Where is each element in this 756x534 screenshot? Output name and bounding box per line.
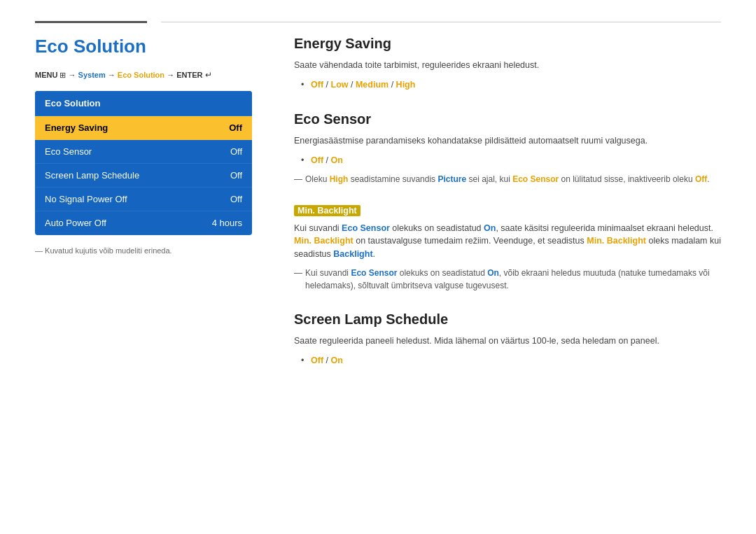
top-bar-accent [35, 21, 147, 23]
eco-sensor-label: Eco Sensor [45, 146, 92, 157]
eco-menu: Eco Solution Energy Saving Off Eco Senso… [35, 91, 252, 235]
section-energy-saving: Energy Saving Saate vähendada toite tarb… [294, 36, 721, 92]
eco-sensor-ref: Eco Sensor [512, 174, 559, 184]
footnote: Kuvatud kujutis võib mudeliti erineda. [35, 246, 252, 255]
off-option: Off [311, 80, 323, 90]
min-backlight-desc: Kui suvandi Eco Sensor olekuks on seadis… [294, 222, 721, 261]
eco-sensor-title: Eco Sensor [294, 111, 721, 127]
screen-lamp-label: Screen Lamp Schedule [45, 170, 139, 181]
left-panel: Eco Solution MENU ⊞ → System → Eco Solut… [35, 36, 252, 387]
eco-sensor-desc: Energiasäästmise parandamiseks kohandata… [294, 134, 721, 148]
menu-item-energy-saving[interactable]: Energy Saving Off [35, 116, 252, 140]
section-eco-sensor: Eco Sensor Energiasäästmise parandamisek… [294, 111, 721, 185]
eco-sensor-note: Oleku High seadistamine suvandis Picture… [294, 173, 721, 185]
eco-menu-header: Eco Solution [35, 91, 252, 116]
no-signal-value: Off [230, 194, 242, 204]
menu-prefix: MENU [35, 71, 59, 79]
eco-solution-link: Eco Solution [118, 71, 164, 79]
main-content: Eco Solution MENU ⊞ → System → Eco Solut… [0, 36, 756, 387]
min-backlight-ref: Min. Backlight [294, 236, 354, 246]
enter-label: ENTER [176, 71, 204, 79]
on-ref: On [484, 223, 496, 233]
arrow1: → [69, 71, 78, 79]
screen-lamp-off: Off [311, 356, 323, 365]
screen-lamp-bullets: Off / On [301, 353, 721, 367]
menu-path: MENU ⊞ → System → Eco Solution → ENTER ↵ [35, 70, 252, 80]
top-bar [0, 0, 756, 23]
eco-sensor-ref2: Eco Sensor [342, 223, 390, 233]
section-min-backlight: Min. Backlight Kui suvandi Eco Sensor ol… [294, 205, 721, 292]
high-label: High [330, 174, 349, 184]
eco-off-option: Off [311, 155, 323, 165]
auto-power-value: 4 hours [212, 218, 242, 228]
screen-lamp-title: Screen Lamp Schedule [294, 311, 721, 328]
page-title: Eco Solution [35, 36, 252, 57]
medium-option: Medium [356, 80, 388, 90]
energy-saving-value: Off [229, 122, 242, 133]
menu-item-auto-power[interactable]: Auto Power Off 4 hours [35, 211, 252, 235]
high-option: High [396, 80, 416, 90]
system-link: System [78, 71, 106, 79]
section-screen-lamp: Screen Lamp Schedule Saate reguleerida p… [294, 311, 721, 367]
auto-power-label: Auto Power Off [45, 218, 106, 228]
on-note-ref: On [487, 268, 499, 278]
eco-sensor-value: Off [230, 146, 242, 157]
menu-item-eco-sensor[interactable]: Eco Sensor Off [35, 140, 252, 164]
min-backlight-note: Kui suvandi Eco Sensor olekuks on seadis… [294, 267, 721, 292]
screen-lamp-desc: Saate reguleerida paneeli heledust. Mida… [294, 335, 721, 348]
eco-sensor-bullets: Off / On [301, 153, 721, 167]
screen-lamp-options: Off / On [301, 353, 721, 367]
picture-label: Picture [438, 174, 466, 184]
min-backlight-highlight: Min. Backlight [294, 205, 360, 216]
energy-saving-desc: Saate vähendada toite tarbimist, regulee… [294, 59, 721, 72]
menu-item-screen-lamp[interactable]: Screen Lamp Schedule Off [35, 164, 252, 188]
right-panel: Energy Saving Saate vähendada toite tarb… [294, 36, 721, 387]
menu-item-no-signal[interactable]: No Signal Power Off Off [35, 188, 252, 211]
screen-lamp-value: Off [230, 170, 242, 181]
screen-lamp-on: On [331, 356, 343, 365]
low-option: Low [331, 80, 349, 90]
arrow3: → [167, 71, 176, 79]
top-bar-line [161, 22, 721, 22]
eco-sensor-note-ref: Eco Sensor [351, 268, 397, 278]
min-backlight-ref2: Min. Backlight [587, 236, 646, 246]
no-signal-label: No Signal Power Off [45, 194, 127, 204]
eco-on-option: On [331, 155, 343, 165]
backlight-ref: Backlight [333, 249, 372, 259]
energy-saving-label: Energy Saving [45, 122, 108, 133]
energy-saving-options: Off / Low / Medium / High [301, 78, 721, 92]
arrow2: → [108, 71, 118, 79]
eco-sensor-options: Off / On [301, 153, 721, 167]
off-ref: Off [695, 174, 707, 184]
energy-saving-title: Energy Saving [294, 36, 721, 52]
energy-saving-bullets: Off / Low / Medium / High [301, 78, 721, 92]
